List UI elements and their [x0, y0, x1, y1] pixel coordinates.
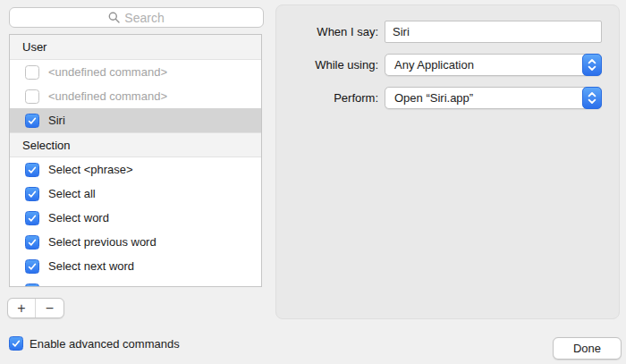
popup-stepper-icon: [582, 87, 602, 109]
while-using-select[interactable]: Any Application: [385, 54, 602, 76]
item-checkbox[interactable]: [25, 163, 39, 177]
advanced-checkbox-label: Enable advanced commands: [30, 337, 180, 351]
item-checkbox[interactable]: [25, 259, 39, 274]
search-input[interactable]: Search: [9, 7, 264, 28]
while-using-value: Any Application: [394, 58, 474, 72]
section-header-user: User: [10, 35, 261, 60]
popup-stepper-icon: [582, 54, 602, 76]
list-item-label: Select <phrase>: [48, 163, 133, 176]
advanced-checkbox[interactable]: [9, 336, 23, 351]
item-checkbox[interactable]: [25, 114, 39, 128]
command-list: User <undefined command> <undefined comm…: [9, 34, 262, 287]
add-command-button[interactable]: +: [8, 299, 36, 317]
item-checkbox[interactable]: [25, 65, 39, 80]
command-detail-panel: [275, 4, 620, 319]
enable-advanced-commands[interactable]: Enable advanced commands: [9, 336, 180, 351]
list-item-clipped[interactable]: [10, 278, 261, 287]
item-checkbox[interactable]: [25, 187, 39, 201]
list-item-label: Siri: [48, 114, 65, 127]
item-checkbox[interactable]: [25, 211, 39, 225]
item-checkbox[interactable]: [25, 235, 39, 250]
when-i-say-input[interactable]: [385, 21, 602, 43]
list-item-undefined-2[interactable]: <undefined command>: [10, 84, 261, 108]
list-item-label: <undefined command>: [48, 89, 167, 103]
search-icon: [108, 12, 120, 23]
list-item-undefined-1[interactable]: <undefined command>: [10, 60, 261, 84]
list-item-select-previous-word[interactable]: Select previous word: [10, 230, 261, 254]
done-button[interactable]: Done: [553, 337, 622, 360]
remove-command-button[interactable]: −: [36, 299, 63, 317]
list-item-select-next-word[interactable]: Select next word: [10, 254, 261, 278]
while-using-label: While using:: [275, 54, 378, 76]
section-header-selection: Selection: [10, 132, 261, 157]
item-checkbox[interactable]: [25, 89, 39, 104]
list-item-label: <undefined command>: [48, 65, 167, 79]
list-item-select-all[interactable]: Select all: [10, 182, 261, 206]
list-item-siri[interactable]: Siri: [10, 108, 261, 132]
list-item-label: Select next word: [48, 259, 134, 273]
list-item-select-word[interactable]: Select word: [10, 206, 261, 230]
when-i-say-label: When I say:: [275, 21, 378, 43]
perform-select[interactable]: Open “Siri.app”: [385, 87, 602, 109]
list-edit-segmented-control: + −: [7, 298, 64, 318]
search-placeholder: Search: [124, 11, 164, 25]
item-checkbox[interactable]: [25, 284, 39, 288]
list-item-select-phrase[interactable]: Select <phrase>: [10, 157, 261, 182]
perform-value: Open “Siri.app”: [394, 91, 473, 105]
list-item-label: Select previous word: [48, 235, 156, 249]
list-item-label: Select word: [48, 211, 109, 224]
list-item-label: Select all: [48, 187, 96, 200]
perform-label: Perform:: [275, 87, 378, 109]
